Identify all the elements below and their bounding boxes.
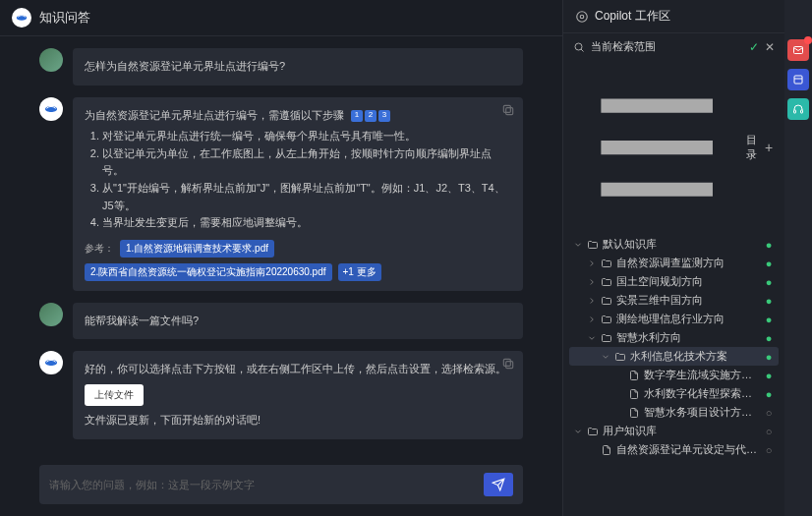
message-text: 怎样为自然资源登记单元界址点进行编号? (85, 58, 511, 76)
tree-folder[interactable]: 用户知识库○ (569, 422, 779, 440)
copilot-icon (575, 10, 589, 24)
scope-title: 当前检索范围 (591, 39, 743, 54)
folder-icon (601, 276, 612, 288)
tree-label: 测绘地理信息行业方向 (616, 312, 759, 326)
status-icon: ● (763, 276, 775, 288)
svg-rect-10 (801, 110, 803, 113)
step-item: 当界址发生变更后，需要相应地调整编号。 (102, 214, 511, 232)
close-icon[interactable]: ✕ (765, 40, 775, 54)
message-user-2: 能帮我解读一篇文件吗? (39, 303, 523, 340)
reference-more-button[interactable]: +1 更多 (338, 263, 381, 281)
chevron-right-icon (587, 277, 597, 287)
chevron-none-icon (614, 389, 624, 399)
status-icon: ● (763, 388, 775, 400)
file-icon (628, 407, 640, 419)
svg-rect-0 (506, 107, 513, 114)
tree-folder[interactable]: 智慧水利方向● (569, 328, 779, 347)
chat-input[interactable] (49, 479, 474, 490)
message-body: 好的，你可以选择点击下方按钮，或在右侧工作区中上传，然后点击设置，选择检索源。 … (73, 351, 523, 438)
svg-point-6 (575, 43, 582, 50)
status-icon: ○ (763, 444, 775, 456)
svg-rect-2 (506, 362, 513, 369)
tree-folder[interactable]: 测绘地理信息行业方向● (569, 310, 779, 328)
steps-list: 对登记单元界址点进行统一编号，确保每个界址点号具有唯一性。 以登记单元为单位，在… (85, 128, 511, 232)
tree-file[interactable]: 智慧水务项目设计方案.txt○ (569, 403, 779, 422)
answer-intro: 为自然资源登记单元界址点进行编号，需遵循以下步骤 123 (85, 107, 511, 125)
rail-panel-button[interactable] (787, 69, 809, 90)
tree-label: 实景三维中国方向 (616, 293, 759, 308)
rail-notify-button[interactable] (787, 39, 809, 61)
bot-avatar (39, 97, 63, 121)
app-title: 知识问答 (39, 9, 90, 27)
status-icon: ● (763, 351, 775, 363)
directory-row: 目录 + (563, 60, 784, 235)
svg-point-4 (577, 11, 588, 22)
tree-folder[interactable]: 实景三维中国方向● (569, 291, 779, 310)
copy-icon[interactable] (501, 103, 515, 117)
tree-label: 智慧水务项目设计方案.txt (644, 405, 759, 420)
file-icon (601, 444, 612, 456)
rail-headset-button[interactable] (787, 98, 809, 120)
message-body: 为自然资源登记单元界址点进行编号，需遵循以下步骤 123 对登记单元界址点进行统… (73, 97, 523, 291)
chevron-right-icon (587, 315, 597, 324)
status-icon: ● (763, 314, 775, 325)
input-bar (39, 465, 523, 504)
folder-icon (601, 314, 612, 325)
upload-file-button[interactable]: 上传文件 (85, 384, 144, 406)
chevron-down-icon (601, 352, 610, 362)
tree-label: 自然资源调查监测方向 (616, 256, 759, 270)
status-icon: ○ (763, 407, 775, 419)
scope-row: 当前检索范围 ✓ ✕ (563, 33, 784, 60)
answer-intro-text: 为自然资源登记单元界址点进行编号，需遵循以下步骤 (85, 109, 344, 121)
tree-folder[interactable]: 水利信息化技术方案● (569, 347, 779, 366)
status-icon: ● (763, 258, 775, 269)
tree-file[interactable]: 自然资源登记单元设定与代码编制...○ (569, 440, 779, 459)
svg-point-5 (580, 15, 584, 19)
directory-title: 目录 (746, 133, 757, 162)
reference-link[interactable]: 1.自然资源地籍调查技术要求.pdf (120, 240, 274, 258)
chevron-down-icon (573, 240, 583, 250)
tree-label: 数字孪生流域实施方案.docx (644, 368, 759, 382)
send-button[interactable] (484, 473, 513, 496)
svg-rect-8 (794, 76, 802, 84)
svg-rect-3 (503, 360, 510, 367)
notification-badge (804, 36, 812, 44)
main-header: 知识问答 (0, 0, 562, 36)
side-panel: Copilot 工作区 当前检索范围 ✓ ✕ 目录 + 默认知识库●自然资源调查… (562, 0, 784, 516)
add-button[interactable]: + (763, 140, 775, 155)
folder-icon (587, 239, 599, 251)
search-icon (573, 41, 585, 53)
file-icon (628, 388, 640, 400)
reference-label: 参考： (85, 242, 114, 256)
answer-line1: 好的，你可以选择点击下方按钮，或在右侧工作区中上传，然后点击设置，选择检索源。 (85, 361, 511, 378)
tree-label: 默认知识库 (603, 237, 759, 252)
copy-icon[interactable] (501, 357, 515, 371)
reference-link[interactable]: 2.陕西省自然资源统一确权登记实施指南20220630.pdf (85, 263, 332, 281)
status-icon: ● (763, 239, 775, 251)
chevron-none-icon (614, 371, 624, 380)
user-avatar (39, 303, 63, 326)
tree-label: 智慧水利方向 (616, 330, 759, 345)
chevron-none-icon (587, 445, 597, 455)
folder-icon (601, 332, 612, 344)
user-avatar (39, 48, 63, 72)
tree-folder[interactable]: 默认知识库● (569, 235, 779, 254)
tree-file[interactable]: 数字孪生流域实施方案.docx● (569, 366, 779, 384)
svg-rect-9 (794, 110, 796, 113)
message-body: 能帮我解读一篇文件吗? (73, 303, 523, 340)
status-icon: ● (763, 295, 775, 307)
tree-folder[interactable]: 国土空间规划方向● (569, 272, 779, 291)
status-icon: ● (763, 332, 775, 344)
tree-label: 用户知识库 (603, 424, 759, 438)
status-icon: ○ (763, 426, 775, 437)
side-header: Copilot 工作区 (563, 0, 784, 33)
step-item: 从"1"开始编号，解析界址点前加"J"，图解界址点前加"T"。例如：J1、J2、… (102, 180, 511, 214)
message-bot-2: 好的，你可以选择点击下方按钮，或在右侧工作区中上传，然后点击设置，选择检索源。 … (39, 351, 523, 438)
main-panel: 知识问答 怎样为自然资源登记单元界址点进行编号? 为自然资源登记单元界址点进行编… (0, 0, 562, 516)
message-body: 怎样为自然资源登记单元界址点进行编号? (73, 48, 523, 86)
tree-file[interactable]: 水利数字化转型探索与实践...● (569, 384, 779, 403)
folder-icon (601, 295, 612, 307)
tree-folder[interactable]: 自然资源调查监测方向● (569, 254, 779, 272)
steps-badge-icon: 123 (351, 110, 390, 122)
message-user-1: 怎样为自然资源登记单元界址点进行编号? (39, 48, 523, 86)
